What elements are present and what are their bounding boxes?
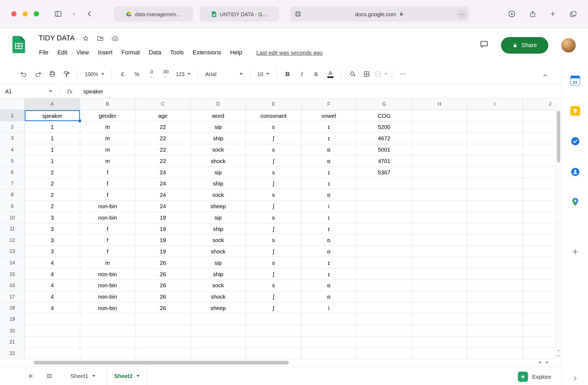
cell-B15[interactable]: non-bin — [80, 269, 135, 280]
cell-B11[interactable]: f — [80, 223, 135, 235]
cell-D8[interactable]: sock — [191, 189, 246, 201]
cell-A2[interactable]: 1 — [25, 122, 80, 133]
cell-F6[interactable]: ɪ — [301, 167, 357, 178]
cell-G8[interactable] — [357, 189, 412, 201]
cell-J5[interactable] — [523, 155, 555, 167]
cell-G9[interactable] — [357, 201, 412, 212]
scroll-down-icon[interactable]: ▼ — [557, 354, 560, 357]
row-header-8[interactable]: 8 — [0, 189, 25, 201]
comments-button[interactable] — [479, 40, 489, 50]
cell-C14[interactable]: 26 — [135, 257, 191, 269]
fill-color-button[interactable] — [346, 68, 359, 80]
cell-C5[interactable]: 22 — [135, 155, 191, 167]
cell-G22[interactable] — [357, 348, 412, 359]
cell-H14[interactable] — [412, 257, 467, 269]
row-header-9[interactable]: 9 — [0, 201, 25, 212]
vertical-scrollbar[interactable]: ▲ ▼ — [555, 98, 561, 359]
menu-format[interactable]: Format — [117, 49, 144, 56]
cell-B10[interactable]: non-bin — [80, 212, 135, 223]
cell-F14[interactable]: ɪ — [301, 257, 357, 269]
cell-C18[interactable]: 26 — [135, 302, 191, 314]
cell-D14[interactable]: sip — [191, 257, 246, 269]
cell-B9[interactable]: non-bin — [80, 201, 135, 212]
row-header-14[interactable]: 14 — [0, 257, 25, 269]
redo-button[interactable] — [31, 68, 44, 80]
cell-J16[interactable] — [523, 280, 555, 291]
cell-F12[interactable]: ɒ — [301, 234, 357, 246]
cell-J11[interactable] — [523, 223, 555, 235]
cell-G2[interactable]: 5200 — [357, 122, 412, 133]
cell-B4[interactable]: m — [80, 144, 135, 155]
cell-F10[interactable]: ɪ — [301, 212, 357, 223]
cell-E13[interactable]: ʃ — [246, 246, 301, 257]
cell-J7[interactable] — [523, 178, 555, 190]
column-header-B[interactable]: B — [80, 98, 135, 110]
cell-A10[interactable]: 3 — [25, 212, 80, 223]
merge-cells-button[interactable] — [374, 68, 387, 80]
cell-F22[interactable] — [301, 348, 357, 359]
more-formats-select[interactable]: 123 — [172, 68, 194, 80]
tasks-button[interactable] — [570, 136, 580, 146]
cell-H12[interactable] — [412, 234, 467, 246]
cell-I12[interactable] — [467, 234, 522, 246]
cell-E8[interactable]: s — [246, 189, 301, 201]
cell-G11[interactable] — [357, 223, 412, 235]
window-close-button[interactable] — [11, 11, 17, 17]
cell-J3[interactable] — [523, 133, 555, 144]
italic-button[interactable]: I — [295, 68, 308, 80]
cell-D10[interactable]: sip — [191, 212, 246, 223]
cell-E20[interactable] — [246, 325, 301, 337]
cell-H1[interactable] — [412, 110, 467, 122]
cell-G15[interactable] — [357, 269, 412, 280]
cell-G6[interactable]: 5367 — [357, 167, 412, 178]
cell-A19[interactable] — [25, 314, 80, 325]
scroll-up-icon[interactable]: ▲ — [557, 348, 560, 352]
cell-G18[interactable] — [357, 302, 412, 314]
bold-button[interactable]: B — [281, 68, 294, 80]
cell-H18[interactable] — [412, 302, 467, 314]
formula-input[interactable]: speaker — [83, 88, 103, 94]
cell-A21[interactable] — [25, 336, 80, 348]
cell-C21[interactable] — [135, 336, 191, 348]
cell-D16[interactable]: sock — [191, 280, 246, 291]
avatar[interactable] — [561, 38, 576, 53]
cell-I7[interactable] — [467, 178, 522, 190]
cell-G3[interactable]: 4672 — [357, 133, 412, 144]
cell-G19[interactable] — [357, 314, 412, 325]
cell-H6[interactable] — [412, 167, 467, 178]
cell-D21[interactable] — [191, 336, 246, 348]
cell-E9[interactable]: ʃ — [246, 201, 301, 212]
row-header-12[interactable]: 12 — [0, 234, 25, 246]
tab-overview-button[interactable] — [567, 8, 579, 19]
cell-F7[interactable]: ɪ — [301, 178, 357, 190]
cell-D9[interactable]: sheep — [191, 201, 246, 212]
cell-E10[interactable]: s — [246, 212, 301, 223]
column-header-D[interactable]: D — [191, 98, 246, 110]
cell-E18[interactable]: ʃ — [246, 302, 301, 314]
cell-A7[interactable]: 2 — [25, 178, 80, 190]
cell-E22[interactable] — [246, 348, 301, 359]
row-header-20[interactable]: 20 — [0, 325, 25, 337]
menu-insert[interactable]: Insert — [93, 49, 117, 56]
cell-I4[interactable] — [467, 144, 522, 155]
downloads-button[interactable] — [506, 8, 518, 19]
scroll-left-icon[interactable]: ◀ — [538, 360, 541, 364]
scroll-right-icon[interactable]: ▶ — [546, 360, 549, 364]
cell-G17[interactable] — [357, 291, 412, 302]
increase-decimals-button[interactable]: .00→ — [159, 68, 172, 80]
cell-F11[interactable]: ɪ — [301, 223, 357, 235]
cell-B16[interactable]: non-bin — [80, 280, 135, 291]
cell-C11[interactable]: 19 — [135, 223, 191, 235]
cell-A22[interactable] — [25, 348, 80, 359]
cell-J15[interactable] — [523, 269, 555, 280]
row-header-13[interactable]: 13 — [0, 246, 25, 257]
cell-A15[interactable]: 4 — [25, 269, 80, 280]
cell-I3[interactable] — [467, 133, 522, 144]
cell-C20[interactable] — [135, 325, 191, 337]
cell-J1[interactable] — [523, 110, 555, 122]
cell-J9[interactable] — [523, 201, 555, 212]
menu-tools[interactable]: Tools — [166, 49, 188, 56]
cell-H15[interactable] — [412, 269, 467, 280]
new-tab-button[interactable] — [547, 8, 558, 19]
format-currency-button[interactable]: £ — [116, 68, 129, 80]
